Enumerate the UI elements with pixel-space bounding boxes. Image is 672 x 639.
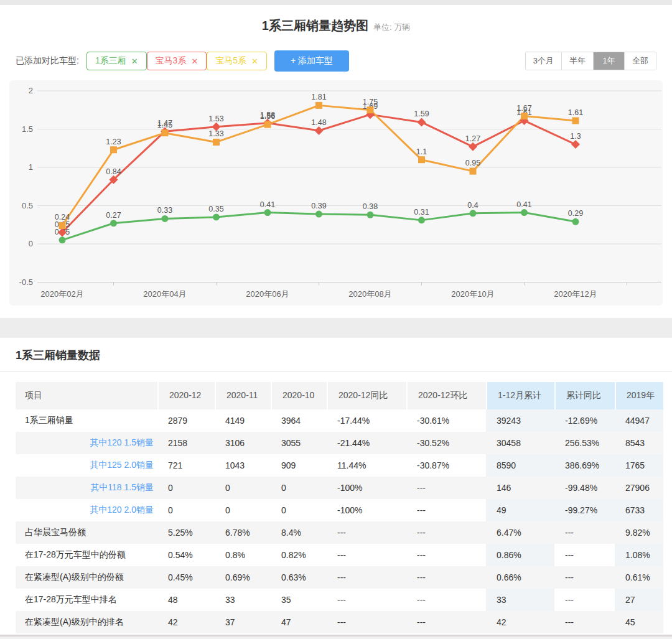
table-row: 在紧凑型(A)级别中的份额0.45%0.69%0.63%------0.66%-… xyxy=(16,566,663,589)
section-gap xyxy=(0,318,672,338)
remove-tag-icon[interactable]: ✕ xyxy=(131,57,138,66)
data-label: 1.33 xyxy=(208,129,223,138)
table-cell: --- xyxy=(406,611,486,633)
vehicle-tag[interactable]: 宝马3系✕ xyxy=(147,52,207,70)
add-model-button[interactable]: + 添加车型 xyxy=(274,50,349,72)
range-button-3[interactable]: 全部 xyxy=(624,52,656,70)
data-point[interactable] xyxy=(418,217,425,223)
data-point[interactable] xyxy=(110,220,117,226)
chart-title-row: 1系三厢销量趋势图单位: 万辆 xyxy=(9,17,663,34)
table-cell: 48 xyxy=(157,589,215,611)
data-point[interactable] xyxy=(315,211,322,218)
table-cell: 909 xyxy=(271,454,327,477)
data-point[interactable] xyxy=(572,117,579,124)
table-cell: -30.87% xyxy=(406,454,486,477)
y-axis-label: 0.5 xyxy=(22,201,33,210)
table-body: 1系三厢销量287941493964-17.44%-30.61%39243-12… xyxy=(16,409,663,633)
table-cell: 6733 xyxy=(615,499,663,521)
data-point[interactable] xyxy=(264,209,271,216)
column-header: 1-12月累计 xyxy=(486,382,554,409)
data-point[interactable] xyxy=(162,215,169,222)
y-axis-label: 0 xyxy=(29,239,33,248)
table-row: 1系三厢销量287941493964-17.44%-30.61%39243-12… xyxy=(16,409,663,432)
table-cell: 0.82% xyxy=(271,544,327,566)
data-point[interactable] xyxy=(470,168,477,175)
table-cell: --- xyxy=(327,521,406,544)
data-point[interactable] xyxy=(521,209,528,216)
data-label: 0.38 xyxy=(363,202,378,211)
top-strip xyxy=(0,0,672,5)
table-cell: 47 xyxy=(271,611,327,633)
x-axis-label: 2020年10月 xyxy=(451,289,494,299)
table-cell: 39243 xyxy=(486,409,554,432)
data-point[interactable] xyxy=(367,106,374,113)
subitem-link[interactable]: 其中118 1.5销量 xyxy=(16,477,157,499)
trend-chart-card: 1系三厢销量趋势图单位: 万辆 已添加对比车型: 1系三厢✕宝马3系✕宝马5系✕… xyxy=(0,5,672,318)
column-header: 2020-11 xyxy=(215,382,271,409)
table-cell: 3106 xyxy=(215,432,271,454)
section-title-wrap: 1系三厢销量数据 xyxy=(0,338,672,372)
data-point[interactable] xyxy=(521,113,528,119)
table-cell: -21.44% xyxy=(327,432,406,454)
data-point[interactable] xyxy=(59,236,66,243)
data-label: 1.61 xyxy=(568,108,583,117)
data-point[interactable] xyxy=(213,139,220,146)
subitem-link[interactable]: 其中120 2.0销量 xyxy=(16,499,157,521)
data-point[interactable] xyxy=(469,142,477,151)
data-point[interactable] xyxy=(470,210,477,217)
data-point[interactable] xyxy=(571,140,580,149)
remove-tag-icon[interactable]: ✕ xyxy=(251,57,258,66)
column-header: 累计同比 xyxy=(554,382,615,409)
compare-tags-group: 已添加对比车型: 1系三厢✕宝马3系✕宝马5系✕ + 添加车型 xyxy=(16,50,349,72)
remove-tag-icon[interactable]: ✕ xyxy=(191,57,198,66)
table-cell: --- xyxy=(327,589,406,611)
table-cell: --- xyxy=(554,544,615,566)
table-cell: 44947 xyxy=(615,409,663,432)
data-point[interactable] xyxy=(162,129,169,136)
row-label: 在紧凑型(A)级别中的排名 xyxy=(16,611,157,633)
table-cell: --- xyxy=(406,499,486,521)
range-button-2[interactable]: 1年 xyxy=(593,52,624,70)
table-cell: --- xyxy=(327,566,406,589)
table-cell: --- xyxy=(406,477,486,499)
table-cell: 8543 xyxy=(615,432,663,454)
table-cell: 0.45% xyxy=(157,566,215,589)
table-cell: 0 xyxy=(271,477,327,499)
range-button-1[interactable]: 半年 xyxy=(561,52,593,70)
data-point[interactable] xyxy=(315,102,322,109)
range-button-0[interactable]: 3个月 xyxy=(526,52,561,70)
data-label: 0.29 xyxy=(568,209,583,218)
data-point[interactable] xyxy=(572,218,579,225)
data-point[interactable] xyxy=(367,212,374,218)
table-cell: 11.44% xyxy=(327,454,406,477)
data-point[interactable] xyxy=(110,146,117,153)
table-cell: 45 xyxy=(615,611,663,633)
table-cell: -17.44% xyxy=(327,409,406,432)
x-axis-label: 2020年06月 xyxy=(246,289,289,299)
table-cell: 2158 xyxy=(157,432,215,454)
data-point[interactable] xyxy=(315,126,324,135)
data-point[interactable] xyxy=(418,118,426,126)
sales-data-card: 1系三厢销量数据 项目2020-122020-112020-102020-12同… xyxy=(0,338,672,639)
table-cell: 27906 xyxy=(615,477,663,499)
vehicle-tag-label: 1系三厢 xyxy=(95,55,126,67)
data-point[interactable] xyxy=(418,156,425,163)
table-cell: --- xyxy=(327,544,406,566)
subitem-link[interactable]: 其中125 2.0销量 xyxy=(16,454,157,477)
table-cell: 42 xyxy=(157,611,215,633)
table-cell: 721 xyxy=(157,454,215,477)
table-cell: 35 xyxy=(271,589,327,611)
vehicle-tag[interactable]: 宝马5系✕ xyxy=(207,52,267,70)
x-axis-label: 2020年08月 xyxy=(348,289,391,299)
vehicle-tag[interactable]: 1系三厢✕ xyxy=(86,52,147,70)
data-point[interactable] xyxy=(59,222,66,229)
data-label: 0.27 xyxy=(106,211,121,220)
x-axis-label: 2020年04月 xyxy=(143,289,186,299)
data-point[interactable] xyxy=(264,121,271,128)
table-cell: --- xyxy=(554,566,615,589)
subitem-link[interactable]: 其中120 1.5销量 xyxy=(16,432,157,454)
time-range-group: 3个月半年1年全部 xyxy=(525,52,656,70)
table-cell: 0.61% xyxy=(615,566,663,589)
table-cell: -12.69% xyxy=(554,409,615,432)
data-point[interactable] xyxy=(213,213,220,220)
